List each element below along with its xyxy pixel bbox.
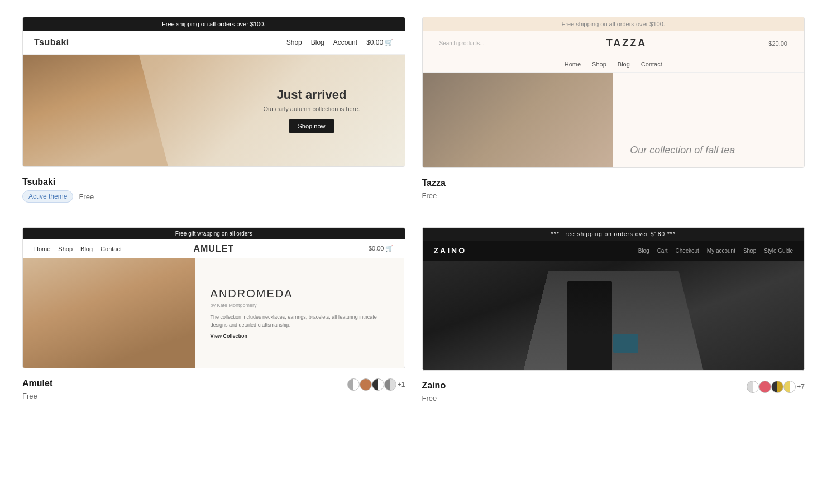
tsubaki-hero-title: Just arrived xyxy=(263,88,360,102)
tazza-search: Search products... xyxy=(439,40,485,46)
zaino-nav: ZAINO Blog Cart Checkout My account Shop… xyxy=(423,241,805,261)
amulet-hero-link[interactable]: View Collection xyxy=(211,333,389,339)
amulet-hero-image xyxy=(23,258,195,368)
tsubaki-preview[interactable]: Free shipping on all orders over $100. T… xyxy=(22,17,405,167)
tazza-badges: Free xyxy=(422,191,805,200)
tsubaki-price: Free xyxy=(79,193,94,201)
tazza-cart: $20.00 xyxy=(768,40,787,47)
tazza-price: Free xyxy=(422,191,437,200)
tazza-hero-image xyxy=(423,73,614,167)
zaino-preview[interactable]: *** Free shipping on orders over $180 **… xyxy=(422,227,805,371)
amulet-hero: ANDROMEDA by Kate Montgomery The collect… xyxy=(23,258,405,368)
theme-card-amulet: Free gift wrapping on all orders Home Sh… xyxy=(22,227,405,405)
zaino-figure xyxy=(567,281,612,370)
zaino-hero xyxy=(423,261,805,370)
tsubaki-logo: Tsubaki xyxy=(34,37,69,47)
amulet-logo: AMULET xyxy=(193,244,234,254)
zaino-price: Free xyxy=(422,394,437,402)
zaino-swatch-1[interactable] xyxy=(747,381,759,393)
amulet-badges: Free xyxy=(22,392,405,400)
tazza-hero-title: Our collection of fall tea xyxy=(630,145,735,156)
amulet-hero-subtitle: by Kate Montgomery xyxy=(211,303,389,308)
tazza-nav: Search products... TAZZA $20.00 xyxy=(423,31,805,56)
amulet-nav-left: Home Shop Blog Contact xyxy=(34,246,122,252)
amulet-nav-right: $0.00 🛒 xyxy=(369,245,394,252)
amulet-preview[interactable]: Free gift wrapping on all orders Home Sh… xyxy=(22,227,405,368)
amulet-topbar: Free gift wrapping on all orders xyxy=(23,228,405,239)
zaino-road xyxy=(522,271,705,370)
tsubaki-hero-content: Just arrived Our early autumn collection… xyxy=(263,88,360,133)
zaino-info: Zaino +7 Free xyxy=(422,378,805,405)
theme-card-tazza: Free shipping on all orders over $100. S… xyxy=(422,17,805,205)
tsubaki-info: Tsubaki Active theme Free xyxy=(22,175,405,205)
zaino-bag xyxy=(613,334,638,353)
tazza-subnav: Home Shop Blog Contact xyxy=(423,56,805,73)
color-swatch-2[interactable] xyxy=(360,378,372,391)
zaino-topbar: *** Free shipping on orders over $180 **… xyxy=(423,228,805,241)
zaino-name: Zaino xyxy=(422,381,446,391)
tazza-hero: Our collection of fall tea xyxy=(423,73,805,167)
zaino-swatch-4[interactable] xyxy=(783,381,796,393)
tazza-preview[interactable]: Free shipping on all orders over $100. S… xyxy=(422,17,805,168)
tazza-logo: TAZZA xyxy=(606,37,647,49)
amulet-color-extra: +1 xyxy=(398,381,405,388)
color-swatch-4[interactable] xyxy=(384,378,396,391)
amulet-name: Amulet xyxy=(22,378,52,388)
amulet-hero-title: ANDROMEDA xyxy=(211,287,389,300)
zaino-footer: Zaino +7 xyxy=(422,381,805,394)
amulet-colors: +1 xyxy=(347,378,405,391)
amulet-info: Amulet +1 Free xyxy=(22,376,405,402)
tsubaki-nav: Tsubaki Shop Blog Account $0.00 🛒 xyxy=(23,31,405,55)
tsubaki-hero-btn[interactable]: Shop now xyxy=(289,119,334,133)
zaino-badges: Free xyxy=(422,394,805,402)
zaino-color-extra: +7 xyxy=(797,383,805,391)
tsubaki-hero-figure xyxy=(23,55,168,166)
zaino-logo: ZAINO xyxy=(434,246,467,255)
color-swatch-3[interactable] xyxy=(372,378,384,391)
zaino-colors: +7 xyxy=(747,381,805,393)
tazza-info: Tazza Free xyxy=(422,176,805,202)
active-badge: Active theme xyxy=(22,190,73,203)
amulet-footer: Amulet +1 xyxy=(22,378,405,392)
tazza-name: Tazza xyxy=(422,178,805,188)
theme-card-tsubaki: Free shipping on all orders over $100. T… xyxy=(22,17,405,205)
theme-card-zaino: *** Free shipping on orders over $180 **… xyxy=(422,227,805,405)
tsubaki-nav-links: Shop Blog Account $0.00 🛒 xyxy=(286,39,394,46)
color-swatch-1[interactable] xyxy=(347,378,360,391)
tsubaki-topbar: Free shipping on all orders over $100. xyxy=(23,17,405,31)
amulet-hero-content: ANDROMEDA by Kate Montgomery The collect… xyxy=(195,258,405,368)
tazza-hero-text: Our collection of fall tea xyxy=(613,73,804,167)
tsubaki-badges: Active theme Free xyxy=(22,190,405,203)
zaino-nav-links: Blog Cart Checkout My account Shop Style… xyxy=(638,248,793,254)
zaino-swatch-2[interactable] xyxy=(759,381,771,393)
tsubaki-hero-sub: Our early autumn collection is here. xyxy=(263,105,360,112)
amulet-hero-desc: The collection includes necklaces, earri… xyxy=(211,314,389,329)
zaino-swatch-3[interactable] xyxy=(771,381,783,393)
amulet-nav: Home Shop Blog Contact AMULET $0.00 🛒 xyxy=(23,239,405,258)
tazza-topbar: Free shipping on all orders over $100. xyxy=(423,17,805,31)
themes-grid: Free shipping on all orders over $100. T… xyxy=(0,0,827,421)
tsubaki-name: Tsubaki xyxy=(22,177,405,187)
tsubaki-hero: Just arrived Our early autumn collection… xyxy=(23,55,405,166)
amulet-price: Free xyxy=(22,392,37,400)
